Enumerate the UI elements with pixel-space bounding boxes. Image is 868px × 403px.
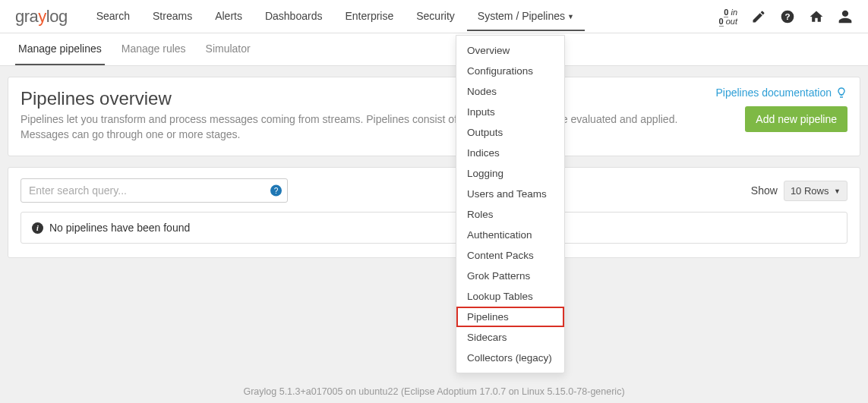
doc-link-label: Pipelines documentation: [715, 87, 832, 99]
dropdown-item-indices[interactable]: Indices: [456, 143, 564, 163]
dropdown-item-pipelines[interactable]: Pipelines: [456, 307, 564, 327]
nav-system-pipelines[interactable]: System / Pipelines▼: [467, 2, 585, 31]
nav-dashboards[interactable]: Dashboards: [254, 2, 333, 31]
caret-down-icon: ▼: [834, 187, 841, 195]
dropdown-item-users-and-teams[interactable]: Users and Teams: [456, 184, 564, 204]
dropdown-item-overview[interactable]: Overview: [456, 40, 564, 61]
subnav-manage-rules[interactable]: Manage rules: [118, 33, 189, 65]
list-panel: ? Show 10 Rows ▼ i No pipelines have bee…: [8, 167, 860, 258]
empty-message: No pipelines have been found: [49, 222, 190, 234]
add-new-pipeline-button[interactable]: Add new pipeline: [745, 106, 847, 132]
page-description: Pipelines let you transform and process …: [21, 112, 727, 142]
lightbulb-icon: [835, 87, 847, 99]
rows-select[interactable]: 10 Rows ▼: [784, 181, 847, 201]
help-icon[interactable]: ?: [780, 9, 795, 24]
logo-part: log: [46, 7, 68, 26]
dropdown-item-nodes[interactable]: Nodes: [456, 81, 564, 102]
dropdown-item-outputs[interactable]: Outputs: [456, 122, 564, 143]
show-label: Show: [751, 184, 778, 197]
sub-nav: Manage pipelines Manage rules Simulator: [0, 33, 868, 66]
top-navbar: graylog Search Streams Alerts Dashboards…: [0, 0, 868, 33]
nav-label: System / Pipelines: [478, 10, 565, 22]
dropdown-item-sidecars[interactable]: Sidecars: [456, 327, 564, 348]
user-icon[interactable]: [838, 9, 853, 24]
subnav-manage-pipelines[interactable]: Manage pipelines: [15, 33, 105, 65]
dropdown-item-collectors-legacy-[interactable]: Collectors (legacy): [456, 348, 564, 368]
dropdown-item-grok-patterns[interactable]: Grok Patterns: [456, 266, 564, 286]
dropdown-item-lookup-tables[interactable]: Lookup Tables: [456, 286, 564, 307]
logo-part: gra: [15, 7, 38, 26]
nav-enterprise[interactable]: Enterprise: [334, 2, 404, 31]
documentation-link[interactable]: Pipelines documentation: [715, 87, 847, 99]
search-input-wrap: ?: [21, 178, 288, 203]
dropdown-item-authentication[interactable]: Authentication: [456, 225, 564, 245]
scratchpad-icon[interactable]: [751, 9, 766, 24]
nav-streams[interactable]: Streams: [142, 2, 203, 31]
main-nav: Search Streams Alerts Dashboards Enterpr…: [86, 2, 585, 31]
dropdown-item-content-packs[interactable]: Content Packs: [456, 245, 564, 266]
home-icon[interactable]: [809, 9, 824, 24]
empty-state: i No pipelines have been found: [21, 212, 847, 244]
search-input[interactable]: [21, 178, 288, 203]
svg-text:?: ?: [784, 11, 790, 21]
dropdown-item-logging[interactable]: Logging: [456, 163, 564, 184]
logo-part: y: [38, 7, 46, 26]
show-rows-group: Show 10 Rows ▼: [751, 181, 847, 201]
search-help-icon[interactable]: ?: [270, 185, 282, 197]
caret-down-icon: ▼: [567, 13, 574, 20]
out-label: out: [726, 17, 737, 26]
logo[interactable]: graylog: [15, 7, 68, 27]
in-label: in: [731, 8, 737, 17]
footer-version: Graylog 5.1.3+a017005 on ubuntu22 (Eclip…: [0, 386, 868, 397]
dropdown-item-inputs[interactable]: Inputs: [456, 102, 564, 122]
header-actions: Pipelines documentation Add new pipeline: [715, 87, 847, 132]
nav-alerts[interactable]: Alerts: [204, 2, 253, 31]
dropdown-item-roles[interactable]: Roles: [456, 204, 564, 225]
nav-search[interactable]: Search: [86, 2, 140, 31]
info-icon: i: [32, 222, 43, 234]
rows-label: 10 Rows: [791, 185, 829, 197]
subnav-simulator[interactable]: Simulator: [203, 33, 254, 65]
header-panel: Pipelines overview Pipelines let you tra…: [8, 77, 860, 156]
nav-security[interactable]: Security: [406, 2, 466, 31]
search-row: ? Show 10 Rows ▼: [21, 178, 847, 203]
dropdown-item-configurations[interactable]: Configurations: [456, 61, 564, 81]
throughput-counter: 0 in 0 out: [719, 8, 737, 26]
out-count: 0: [719, 17, 724, 27]
topbar-right: 0 in 0 out ?: [719, 8, 853, 26]
system-dropdown-menu: OverviewConfigurationsNodesInputsOutputs…: [456, 35, 565, 373]
